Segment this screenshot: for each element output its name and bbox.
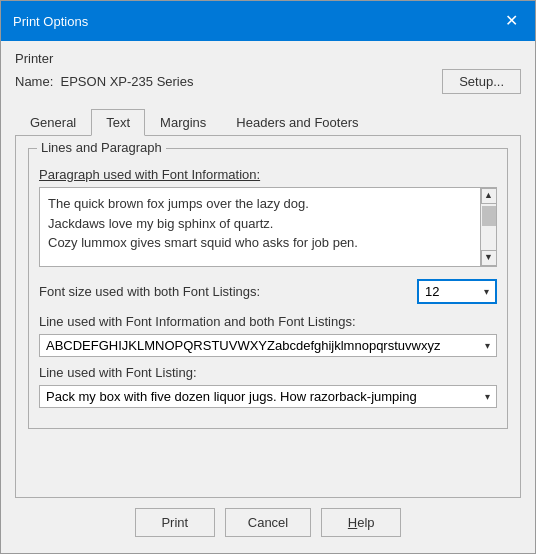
help-rest: elp xyxy=(357,515,374,530)
paragraph-line-2: Jackdaws love my big sphinx of quartz. xyxy=(48,214,468,234)
tab-headers-footers[interactable]: Headers and Footers xyxy=(221,109,373,136)
printer-name-label: Name: xyxy=(15,74,53,89)
tab-general[interactable]: General xyxy=(15,109,91,136)
scroll-up-button[interactable]: ▲ xyxy=(481,188,497,204)
buttons-row: Print Cancel Help xyxy=(15,498,521,543)
title-bar: Print Options ✕ xyxy=(1,1,535,41)
line-listing-select[interactable]: Pack my box with five dozen liquor jugs.… xyxy=(39,385,497,408)
font-size-select[interactable]: 12 ▾ xyxy=(417,279,497,304)
line-font-arrow: ▾ xyxy=(485,340,490,351)
line-font-select[interactable]: ABCDEFGHIJKLMNOPQRSTUVWXYZabcdefghijklmn… xyxy=(39,334,497,357)
font-size-row: Font size used with both Font Listings: … xyxy=(39,279,497,304)
line-listing-combo-row: Pack my box with five dozen liquor jugs.… xyxy=(39,385,497,408)
line-font-combo-row: ABCDEFGHIJKLMNOPQRSTUVWXYZabcdefghijklmn… xyxy=(39,334,497,357)
paragraph-preview: The quick brown fox jumps over the lazy … xyxy=(39,187,497,267)
tabs-container: General Text Margins Headers and Footers xyxy=(15,108,521,136)
close-button[interactable]: ✕ xyxy=(499,9,523,33)
paragraph-label: Paragraph used with Font Information: xyxy=(39,167,497,182)
print-button[interactable]: Print xyxy=(135,508,215,537)
scrollbar-thumb[interactable] xyxy=(482,206,496,226)
printer-name: Name: EPSON XP-235 Series xyxy=(15,74,193,89)
help-underline-h: H xyxy=(348,515,357,530)
dialog-body: Printer Name: EPSON XP-235 Series Setup.… xyxy=(1,41,535,553)
scroll-down-button[interactable]: ▼ xyxy=(481,250,497,266)
help-button[interactable]: Help xyxy=(321,508,401,537)
dialog-title: Print Options xyxy=(13,14,88,29)
line-listing-arrow: ▾ xyxy=(485,391,490,402)
tab-content: Lines and Paragraph Paragraph used with … xyxy=(15,136,521,498)
printer-row: Name: EPSON XP-235 Series Setup... xyxy=(15,69,521,94)
line-listing-label: Line used with Font Listing: xyxy=(39,365,497,380)
line-font-value: ABCDEFGHIJKLMNOPQRSTUVWXYZabcdefghijklmn… xyxy=(46,338,440,353)
scrollbar-track: ▲ ▼ xyxy=(480,188,496,266)
font-size-arrow: ▾ xyxy=(484,286,489,297)
tab-text[interactable]: Text xyxy=(91,109,145,136)
setup-button[interactable]: Setup... xyxy=(442,69,521,94)
printer-name-value: EPSON XP-235 Series xyxy=(61,74,194,89)
paragraph-text-area: The quick brown fox jumps over the lazy … xyxy=(48,194,488,253)
line-listing-value: Pack my box with five dozen liquor jugs.… xyxy=(46,389,417,404)
print-options-dialog: Print Options ✕ Printer Name: EPSON XP-2… xyxy=(0,0,536,554)
cancel-button[interactable]: Cancel xyxy=(225,508,311,537)
section-legend: Lines and Paragraph xyxy=(37,140,166,155)
line-font-label: Line used with Font Information and both… xyxy=(39,314,497,329)
tab-margins[interactable]: Margins xyxy=(145,109,221,136)
printer-section: Printer Name: EPSON XP-235 Series Setup.… xyxy=(15,51,521,94)
font-size-value: 12 xyxy=(425,284,439,299)
printer-label: Printer xyxy=(15,51,521,66)
lines-paragraph-group: Lines and Paragraph Paragraph used with … xyxy=(28,148,508,429)
paragraph-line-1: The quick brown fox jumps over the lazy … xyxy=(48,194,468,214)
font-size-label: Font size used with both Font Listings: xyxy=(39,284,260,299)
paragraph-line-3: Cozy lummox gives smart squid who asks f… xyxy=(48,233,468,253)
